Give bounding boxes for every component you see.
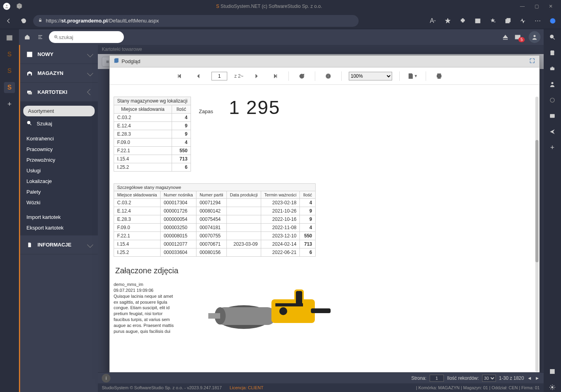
print-button[interactable] [433, 70, 445, 82]
stock-by-location-table: Stany magazynowe wg lokalizacji Miejsce … [114, 97, 191, 172]
favorite-icon[interactable] [443, 16, 453, 26]
tab-3-active[interactable]: S [4, 82, 15, 93]
sidebar-item-przewoznicy[interactable]: Przewoźnicy [20, 155, 98, 165]
user-menu-button[interactable] [529, 31, 540, 43]
sidebar-item-kontrahenci[interactable]: Kontrahenci [20, 133, 98, 144]
info-icon[interactable]: i [102, 374, 110, 383]
menu-informacje[interactable]: INFORMACJE [20, 235, 98, 254]
first-page-button[interactable] [174, 70, 185, 82]
preview-icon [114, 58, 119, 65]
report-body: Stany magazynowe wg lokalizacji Miejsce … [110, 85, 539, 376]
save-button[interactable]: ▼ [407, 70, 419, 82]
sidebar-item-asortyment[interactable]: Asortyment [23, 106, 95, 116]
reader-icon[interactable]: A» [428, 16, 438, 26]
next-page-button[interactable] [251, 70, 262, 82]
edge-search-icon[interactable] [548, 32, 557, 42]
menu-toggle-icon[interactable] [36, 32, 46, 42]
sidebar-item-szukaj[interactable]: Szukaj [20, 118, 98, 129]
app-sidebar: NOWY MAGAZYN KARTOTEKI Asortyment Szukaj… [19, 45, 98, 392]
close-button[interactable]: ✕ [544, 4, 558, 9]
svg-rect-43 [208, 313, 220, 319]
sidebar-item-lokalizacje[interactable]: Lokalizacje [20, 176, 98, 187]
edge-person-icon[interactable] [548, 80, 557, 89]
extensions-icon[interactable] [458, 16, 468, 26]
app-footer: StudioSystem © SoftwareStudio Sp. z o.o.… [98, 383, 544, 392]
profile-icon[interactable] [3, 3, 10, 10]
split-icon[interactable] [473, 16, 483, 26]
zoom-select[interactable]: 100% [349, 72, 392, 80]
svg-line-45 [553, 38, 555, 39]
range-label: 1-30 z 1820 [499, 375, 524, 381]
back-report-button[interactable] [322, 70, 334, 82]
svg-rect-30 [410, 77, 411, 78]
more-icon[interactable]: ⋯ [533, 16, 543, 26]
grid-statusbar: i Strona: Ilość rekordów: 30 1-30 z 1820… [98, 372, 544, 383]
new-tab-button[interactable]: + [4, 99, 15, 110]
maximize-button[interactable]: ▢ [529, 4, 544, 9]
prev-page-button[interactable] [193, 70, 204, 82]
tab-1[interactable]: S [4, 49, 15, 60]
svg-rect-1 [39, 20, 41, 22]
table-row: I.25.26 [114, 163, 191, 172]
copilot-icon[interactable] [548, 16, 558, 26]
table-row: F.09.04 [114, 138, 191, 147]
attachment-meta: demo_mms_im 09.07.2021 19:09:06 Quisque … [114, 282, 177, 334]
scrollbar-thumb[interactable] [535, 140, 539, 262]
last-page-button[interactable] [269, 70, 281, 82]
tab-2[interactable]: S [4, 65, 15, 77]
sidebar-item-palety[interactable]: Palety [20, 187, 98, 197]
export-icon[interactable] [500, 32, 511, 42]
svg-rect-46 [550, 52, 554, 55]
svg-rect-25 [116, 58, 118, 62]
table-row: E.28.3000000054000754542022-10-169 [114, 215, 316, 224]
warehouse-icon [26, 70, 34, 77]
edge-tools-icon[interactable] [548, 64, 557, 73]
svg-point-49 [550, 98, 555, 103]
edge-shopping-icon[interactable] [548, 48, 557, 58]
edge-office-icon[interactable] [548, 95, 557, 105]
stock-total: 1 295 [229, 97, 280, 118]
address-bar[interactable]: https://st.programdemo.pl/DefaultLeftMen… [33, 15, 359, 27]
pager-prev[interactable]: ◄ [527, 375, 532, 381]
menu-kartoteki[interactable]: KARTOTEKI [20, 83, 98, 102]
svg-rect-36 [271, 299, 315, 323]
sidebar-item-uslugi[interactable]: Usługi [20, 165, 98, 176]
edge-send-icon[interactable] [548, 127, 557, 136]
menu-nowy[interactable]: NOWY [20, 45, 98, 64]
collections-icon[interactable] [503, 16, 513, 26]
breadcrumb: Kartoteki towarowe [98, 45, 544, 54]
workspace-icon[interactable] [16, 3, 23, 10]
sidebar-item-eksport[interactable]: Eksport kartotek [20, 222, 98, 233]
edge-hide-icon[interactable] [548, 367, 557, 376]
back-button[interactable] [3, 15, 14, 26]
pager-next[interactable]: ► [535, 375, 540, 381]
sidebar-item-pracownicy[interactable]: Pracownicy [20, 144, 98, 155]
url-text: https://st.programdemo.pl/DefaultLeftMen… [46, 18, 159, 24]
page-number-input[interactable] [430, 375, 444, 382]
edge-outlook-icon[interactable] [548, 111, 557, 121]
mail-icon[interactable]: 5 [514, 32, 525, 42]
sidebar-item-wozki[interactable]: Wózki [20, 197, 98, 208]
perpage-select[interactable]: 30 [482, 375, 496, 382]
favorites-bar-icon[interactable] [488, 16, 498, 26]
svg-point-44 [550, 35, 554, 38]
search-input[interactable] [59, 34, 119, 40]
edge-settings-icon[interactable] [548, 383, 557, 392]
edge-add-icon[interactable]: + [548, 143, 557, 152]
expand-icon[interactable] [529, 58, 535, 65]
app-search[interactable] [49, 31, 124, 43]
svg-rect-33 [438, 77, 441, 78]
footer-context: | Komórka: MAGAZYN | Magazyn: 01 | Oddzi… [416, 385, 540, 390]
minimize-button[interactable]: — [515, 4, 529, 9]
refresh-report-button[interactable] [296, 70, 308, 82]
svg-point-22 [27, 121, 30, 124]
menu-magazyn[interactable]: MAGAZYN [20, 64, 98, 83]
search-icon [54, 34, 59, 40]
performance-icon[interactable] [518, 16, 528, 26]
home-icon[interactable] [22, 32, 32, 42]
svg-rect-39 [311, 308, 331, 313]
refresh-button[interactable] [18, 15, 29, 26]
page-input[interactable] [211, 72, 227, 80]
tabs-toggle-icon[interactable] [4, 32, 15, 43]
sidebar-item-import[interactable]: Import kartotek [20, 212, 98, 222]
